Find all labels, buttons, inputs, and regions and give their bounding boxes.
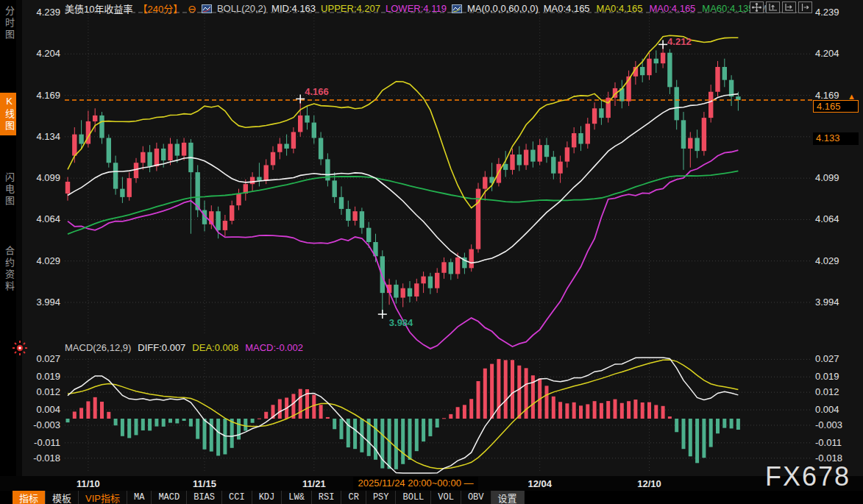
ma-value: MA0:4.165 bbox=[597, 3, 643, 14]
date-tick-11-15: 11/15 bbox=[184, 478, 225, 489]
ma-value: MA0:4.165 bbox=[649, 3, 695, 14]
macd-params-label: MACD(26,12,9) bbox=[65, 342, 131, 354]
toolbar-button-OBV[interactable]: OBV bbox=[461, 491, 491, 504]
price-axis-label-left: 4.029 bbox=[21, 255, 60, 267]
toolbar-button-LW&[interactable]: LW& bbox=[282, 491, 312, 504]
boll-label: BOLL(20,2) bbox=[217, 3, 266, 14]
step-forward-icon[interactable] bbox=[798, 1, 812, 13]
ma-value: MA0:4.165 bbox=[544, 3, 590, 14]
macd-axis-label-right: 0.004 bbox=[815, 404, 859, 416]
toolbar-button-指标[interactable]: 指标 bbox=[13, 491, 46, 504]
price-axis-label-left: 3.994 bbox=[21, 297, 60, 308]
alert-sun-icon[interactable] bbox=[12, 340, 28, 356]
macd-axis-label-left: 0.012 bbox=[21, 386, 60, 398]
toolbar-button-RSI[interactable]: RSI bbox=[312, 491, 342, 504]
high-annotation-4166: 4.166 bbox=[305, 86, 329, 97]
period-label: 【240分】 bbox=[138, 1, 182, 15]
date-tick-11-10: 11/10 bbox=[68, 478, 109, 489]
macd-axis-label-left: -0.018 bbox=[21, 452, 60, 464]
toolbar-button-VOL[interactable]: VOL bbox=[431, 491, 461, 504]
chart-application: 分时图K线图闪电图合约资料 美债10年收益率 【240分】 ⊖ BOLL(20,… bbox=[0, 0, 863, 504]
price-axis-label-right: 4.239 bbox=[815, 7, 859, 18]
instrument-title: 美债10年收益率 bbox=[65, 1, 132, 15]
macd-axis-label-right: -0.011 bbox=[815, 437, 859, 449]
macd-diff-value: DIFF:0.007 bbox=[138, 342, 185, 354]
toolbar-button-BOLL[interactable]: BOLL bbox=[396, 491, 431, 504]
macd-axis-label-left: 0.004 bbox=[21, 404, 60, 416]
toolbar-button-CCI[interactable]: CCI bbox=[222, 491, 252, 504]
macd-axis-label-left: -0.003 bbox=[21, 419, 60, 431]
sidebar-gutter bbox=[16, 0, 22, 504]
toolbar-button-MACD[interactable]: MACD bbox=[152, 491, 187, 504]
ma-params-label: MA(0,0,0,60,0,0) bbox=[467, 3, 539, 14]
price-axis-label-right: 4.204 bbox=[815, 48, 859, 60]
left-sidebar: 分时图K线图闪电图合约资料 bbox=[0, 0, 16, 504]
price-axis-label-right: 4.099 bbox=[815, 172, 859, 184]
price-axis-label-right: 4.029 bbox=[815, 255, 859, 267]
scale-up-icon[interactable] bbox=[766, 1, 780, 13]
boll-lower-value: LOWER:4.119 bbox=[386, 3, 447, 14]
macd-axis-label-right: -0.003 bbox=[815, 419, 859, 431]
toolbar-button-CR[interactable]: CR bbox=[341, 491, 366, 504]
scale-right-icon[interactable] bbox=[782, 1, 796, 13]
toolbar-button-BIAS[interactable]: BIAS bbox=[187, 491, 222, 504]
sidebar-tab-分时图[interactable]: 分时图 bbox=[0, 3, 16, 44]
macd-axis-label-right: 0.019 bbox=[815, 371, 859, 383]
sidebar-tab-闪电图[interactable]: 闪电图 bbox=[0, 169, 16, 210]
toolbar-button-设置[interactable]: 设置 bbox=[491, 491, 525, 504]
low-annotation-3984: 3.984 bbox=[389, 317, 413, 328]
high-annotation-4212: 4.212 bbox=[667, 36, 692, 47]
ma-values: MA0:4.165MA0:4.165MA0:4.165MA60:4.135 bbox=[544, 3, 754, 14]
price-axis-label-left: 4.204 bbox=[21, 48, 60, 60]
current-price-box: 4.165 bbox=[813, 100, 859, 113]
sidebar-tab-K线图[interactable]: K线图 bbox=[0, 93, 16, 135]
toolbar-button-PSY[interactable]: PSY bbox=[366, 491, 397, 504]
secondary-price-box: 4.133 bbox=[813, 132, 859, 145]
toolbar-button-模板[interactable]: 模板 bbox=[46, 491, 79, 504]
macd-axis-label-left: -0.011 bbox=[21, 437, 60, 449]
sidebar-tab-合约资料[interactable]: 合约资料 bbox=[0, 243, 16, 296]
macd-dea-value: DEA:0.008 bbox=[192, 342, 238, 354]
macd-header: MACD(26,12,9) DIFF:0.007 DEA:0.008 MACD:… bbox=[65, 342, 303, 354]
toolbar-button-KDJ[interactable]: KDJ bbox=[252, 491, 283, 504]
window-control-icons bbox=[750, 1, 812, 13]
ma-value: MA60:4.135 bbox=[702, 3, 753, 14]
date-tick-12-04: 12/04 bbox=[519, 478, 561, 489]
pan-crosshair-icon[interactable] bbox=[750, 1, 764, 13]
price-up-arrow-icon: ▲ bbox=[848, 92, 856, 101]
collapse-indicator-icon[interactable]: ⊖ bbox=[188, 3, 196, 15]
price-axis-label-left: 4.064 bbox=[21, 213, 60, 225]
price-axis-label-left: 4.134 bbox=[21, 131, 60, 143]
macd-axis-label-right: 0.012 bbox=[815, 386, 859, 398]
boll-indicator-icon[interactable] bbox=[202, 4, 212, 13]
date-tick-11-21: 11/21 bbox=[294, 478, 335, 489]
macd-axis-label-left: 0.019 bbox=[21, 371, 60, 383]
macd-macd-value: MACD:-0.002 bbox=[245, 342, 303, 354]
price-axis-label-right: 4.064 bbox=[815, 213, 859, 225]
date-tick-12-10: 12/10 bbox=[629, 478, 670, 489]
boll-mid-value: MID:4.163 bbox=[271, 3, 316, 14]
indicator-toolbar: 指标模板VIP指标MAMACDBIASCCIKDJLW&RSICRPSYBOLL… bbox=[0, 491, 863, 504]
candle-time-tooltip: 2025/11/24 20:00~00:00 — bbox=[353, 477, 478, 490]
macd-axis-label-right: 0.027 bbox=[815, 353, 859, 365]
toolbar-button-VIP指标[interactable]: VIP指标 bbox=[79, 491, 127, 504]
price-axis-label-left: 4.239 bbox=[21, 7, 60, 18]
toolbar-button-MA[interactable]: MA bbox=[127, 491, 152, 504]
price-axis-label-left: 4.099 bbox=[21, 172, 60, 184]
candlestick-chart-canvas[interactable] bbox=[0, 0, 863, 504]
price-axis-label-right: 3.994 bbox=[815, 297, 859, 308]
ma-indicator-icon[interactable] bbox=[452, 4, 462, 13]
boll-upper-value: UPPER:4.207 bbox=[321, 3, 380, 14]
chart-header: 美债10年收益率 【240分】 ⊖ BOLL(20,2) MID:4.163 U… bbox=[65, 2, 767, 15]
price-axis-label-left: 4.169 bbox=[21, 90, 60, 102]
brand-watermark: FX678 bbox=[765, 461, 850, 492]
